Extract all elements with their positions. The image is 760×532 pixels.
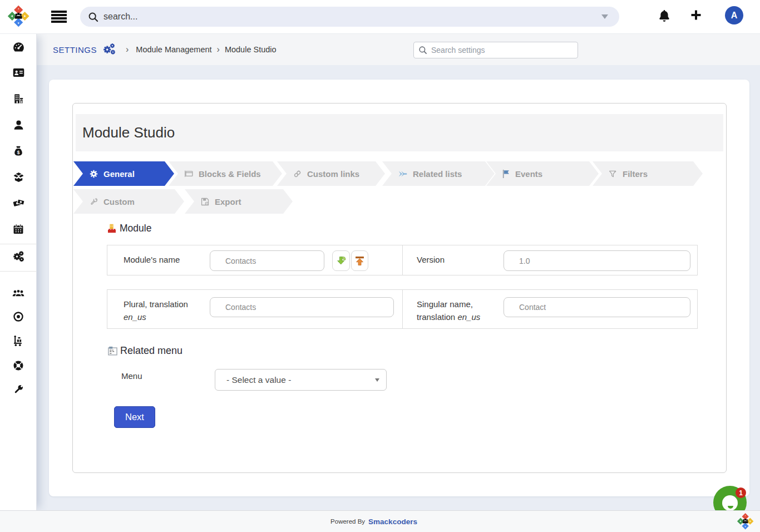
sidebar-item-support[interactable] [7, 354, 29, 377]
sidebar-item-targets[interactable] [7, 306, 29, 328]
sidebar-item-products[interactable] [7, 166, 29, 188]
version-label: Version [417, 253, 445, 266]
bell-icon [658, 9, 670, 22]
sidebar-item-leads[interactable] [7, 114, 29, 136]
form-list-icon [107, 346, 118, 356]
funnel-icon [608, 169, 618, 179]
tab-custom-links[interactable]: Custom links [277, 161, 385, 186]
content-card: Module Studio General Blocks & Fields [49, 80, 749, 496]
breadcrumb-module-management[interactable]: Module Management [136, 45, 211, 54]
tab-label: Custom [103, 197, 135, 206]
tab-label: Custom links [307, 169, 359, 179]
singular-label: Singular name,translation en_us [417, 298, 480, 323]
tab-label: Filters [623, 169, 648, 179]
sidebar-item-purchases[interactable] [7, 330, 29, 352]
search-icon [88, 12, 98, 22]
sidebar-item-dashboard[interactable] [7, 36, 29, 58]
sidebar-item-tools[interactable] [7, 378, 29, 401]
menu-toggle-icon[interactable] [51, 11, 67, 23]
chat-unread-badge: 1 [736, 487, 746, 498]
version-input[interactable] [504, 250, 690, 271]
app: $ [0, 0, 760, 532]
wrench-icon [12, 383, 24, 396]
search-placeholder: search... [103, 12, 137, 22]
powered-by-label: Powered By [330, 518, 365, 525]
tab-custom[interactable]: Custom [73, 189, 184, 214]
tab-events[interactable]: Events [486, 161, 599, 186]
related-menu-title: Related menu [120, 345, 182, 357]
export-translation-button[interactable] [351, 250, 368, 271]
users-icon [12, 287, 25, 300]
quick-add-button[interactable] [689, 8, 703, 22]
dolly-icon [12, 334, 25, 347]
plus-icon [689, 8, 703, 22]
sidebar-item-calendar[interactable] [7, 218, 29, 240]
cell-divider [402, 245, 403, 275]
link-icon [293, 169, 302, 179]
plural-input[interactable] [210, 297, 394, 317]
module-section-heading: Module [107, 223, 151, 234]
select-caret-icon [375, 378, 379, 382]
lego-brick-icon [107, 224, 116, 233]
breadcrumb-row: SETTINGS › Module Management › Module St… [53, 34, 277, 65]
notifications-button[interactable] [658, 9, 670, 22]
dot-circle-icon [12, 311, 24, 323]
sidebar-item-organizations[interactable] [7, 87, 29, 110]
tab-blocks-fields[interactable]: Blocks & Fields [169, 161, 282, 186]
calendar-icon [12, 223, 24, 235]
tab-general[interactable]: General [73, 161, 174, 186]
tab-label: Events [515, 169, 542, 179]
cell-divider [402, 290, 403, 328]
footer: Powered By Smackcoders [0, 510, 760, 532]
tab-export[interactable]: Export [185, 189, 293, 214]
module-section-title: Module [120, 223, 151, 234]
search-icon [418, 46, 427, 55]
sidebar-item-invoices[interactable] [7, 192, 29, 214]
search-dropdown-caret-icon[interactable] [601, 14, 608, 19]
gauge-icon [12, 41, 25, 53]
sidebar-item-opportunities[interactable]: $ [7, 140, 29, 162]
module-name-row: Module's name Version [107, 245, 698, 275]
tab-label: General [103, 169, 135, 179]
app-logo[interactable] [6, 4, 31, 29]
money-bag-icon: $ [12, 145, 24, 157]
tab-related-lists[interactable]: Related lists [382, 161, 495, 186]
footer-logo [736, 512, 755, 531]
menu-select-value: - Select a value - [226, 375, 291, 385]
tab-label: Export [215, 197, 241, 206]
main-area: SETTINGS › Module Management › Module St… [37, 34, 760, 510]
settings-search-input[interactable] [431, 46, 573, 55]
module-name-input[interactable] [210, 250, 324, 271]
breadcrumb-module-studio[interactable]: Module Studio [225, 45, 277, 54]
tab-filters[interactable]: Filters [593, 161, 703, 186]
menu-select[interactable]: - Select a value - [215, 369, 387, 391]
breadcrumb-separator-icon: › [217, 45, 220, 55]
user-icon [12, 119, 25, 131]
sidebar: $ [0, 34, 37, 510]
tab-label: Related lists [413, 169, 462, 179]
flag-icon [502, 169, 510, 179]
life-ring-icon [12, 359, 24, 372]
id-card-icon [12, 66, 25, 79]
brand-link[interactable]: Smackcoders [368, 518, 417, 526]
breadcrumb-settings-link[interactable]: SETTINGS [53, 45, 97, 55]
breadcrumb-separator-icon: › [126, 45, 129, 55]
import-translation-button[interactable] [332, 250, 350, 271]
sidebar-item-contacts[interactable] [7, 62, 29, 84]
save-icon [200, 197, 210, 206]
orange-upload-arrow-icon [354, 255, 366, 267]
module-name-label: Module's name [124, 253, 180, 266]
global-search-input[interactable]: search... [80, 7, 619, 27]
singular-input[interactable] [504, 297, 690, 317]
module-studio-panel: Module Studio General Blocks & Fields [72, 103, 727, 473]
green-download-arrow-icon [335, 255, 347, 267]
next-button[interactable]: Next [114, 406, 155, 428]
wrench-icon [89, 197, 98, 206]
cogs-icon [12, 249, 25, 263]
sidebar-item-users[interactable] [7, 282, 29, 304]
share-arrow-icon [398, 170, 408, 178]
open-box-icon [12, 171, 25, 184]
related-menu-heading: Related menu [107, 345, 182, 357]
user-avatar[interactable]: A [725, 6, 743, 24]
sidebar-item-settings[interactable] [7, 245, 29, 267]
